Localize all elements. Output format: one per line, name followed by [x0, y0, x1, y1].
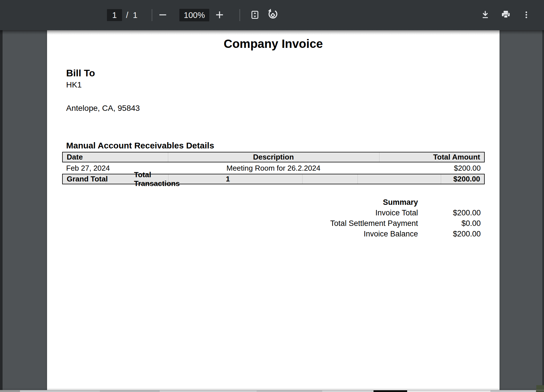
bill-to-spacer: [66, 91, 140, 102]
page-count-separator: /: [126, 11, 128, 20]
bill-to-address: Antelope, CA, 95843: [66, 102, 140, 114]
zoom-in-icon: [214, 9, 225, 21]
row-description: Meeting Room for 26.2.2024: [62, 162, 485, 174]
fit-page-button[interactable]: [249, 9, 261, 21]
pdf-toolbar: / 1 100%: [0, 0, 544, 30]
summary-section: Summary Invoice Total $200.00 Total Sett…: [190, 197, 481, 239]
toolbar-divider: [152, 9, 152, 21]
zoom-out-button[interactable]: [157, 9, 169, 21]
viewer-right-edge: [542, 30, 544, 390]
grand-total-row: Grand Total Total Transactions 1 $200.00: [62, 174, 485, 184]
pdf-viewer-window: / 1 100%: [0, 0, 544, 392]
summary-label: Total Settlement Payment: [190, 219, 418, 228]
grand-total-label: Grand Total: [67, 174, 108, 184]
summary-heading: Summary: [190, 198, 418, 207]
summary-label: Invoice Total: [190, 209, 418, 217]
total-transactions-label: Total Transactions: [134, 174, 191, 184]
grand-total-amount: $200.00: [453, 174, 480, 184]
bill-to-name: HK1: [66, 79, 140, 91]
summary-row: Invoice Balance $200.00: [190, 229, 481, 239]
fit-page-icon: [249, 9, 261, 21]
rotate-counterclockwise-button[interactable]: [266, 9, 279, 22]
more-options-icon: [521, 9, 532, 21]
download-button[interactable]: [480, 9, 491, 21]
zoom-in-button[interactable]: [214, 9, 225, 21]
page-count-total: 1: [133, 11, 137, 20]
summary-row: Total Settlement Payment $0.00: [190, 218, 481, 229]
document-viewport[interactable]: Company Invoice Bill To HK1 Antelope, CA…: [0, 30, 544, 390]
more-options-button[interactable]: [521, 9, 532, 21]
toolbar-action-buttons: [480, 0, 532, 30]
bill-to-section: Bill To HK1 Antelope, CA, 95843: [66, 67, 140, 114]
table-row: Feb 27, 2024 Meeting Room for 26.2.2024 …: [62, 162, 485, 174]
invoice-title: Company Invoice: [47, 37, 500, 51]
column-header-description: Description: [63, 152, 484, 162]
total-transactions-count: 1: [226, 174, 230, 184]
summary-heading-row: Summary: [190, 197, 481, 208]
page-number-input[interactable]: [107, 9, 122, 21]
bottom-edge-artifact: [0, 390, 544, 392]
summary-row: Invoice Total $200.00: [190, 208, 481, 218]
receivables-section-title: Manual Account Receivables Details: [66, 141, 214, 150]
row-amount: $200.00: [454, 162, 481, 174]
zoom-out-icon: [157, 9, 169, 21]
viewer-left-edge: [0, 30, 3, 390]
summary-value: $200.00: [418, 209, 481, 217]
rotate-counterclockwise-icon: [266, 8, 279, 22]
zoom-level-display[interactable]: 100%: [179, 9, 209, 21]
invoice-page: Company Invoice Bill To HK1 Antelope, CA…: [47, 30, 500, 390]
toolbar-divider: [239, 9, 240, 21]
summary-label: Invoice Balance: [190, 230, 418, 238]
summary-value: $0.00: [418, 219, 481, 228]
summary-value: $200.00: [418, 230, 481, 238]
bill-to-heading: Bill To: [66, 67, 140, 79]
column-header-total-amount: Total Amount: [433, 152, 480, 162]
print-icon: [500, 9, 511, 21]
receivables-table: Date Description Total Amount Feb 27, 20…: [62, 152, 485, 184]
toolbar-page-zoom-controls: / 1 100%: [107, 0, 279, 30]
table-header-row: Date Description Total Amount: [62, 152, 485, 162]
print-button[interactable]: [500, 9, 511, 21]
download-icon: [480, 9, 491, 21]
